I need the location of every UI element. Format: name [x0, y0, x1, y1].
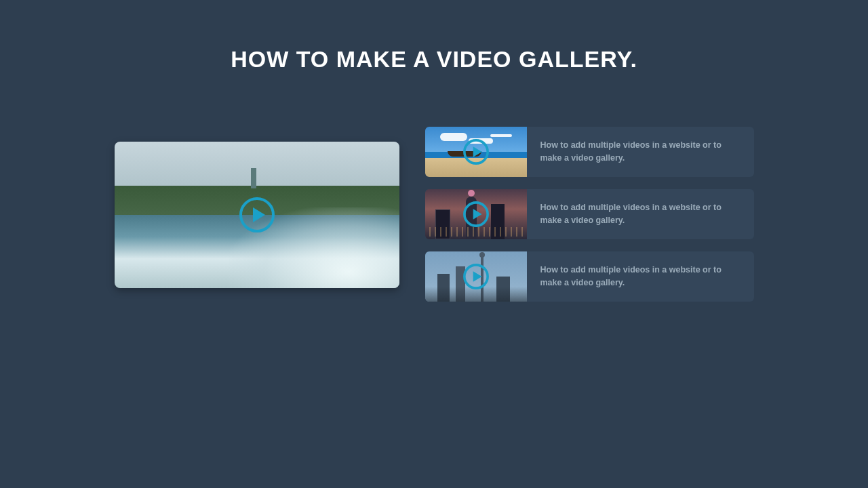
main-video-player[interactable] [115, 142, 399, 288]
playlist-thumbnail [425, 127, 527, 177]
playlist-item-title: How to add multiple videos in a website … [527, 189, 754, 239]
gallery-container: How to add multiple videos in a website … [0, 127, 868, 302]
playlist-thumbnail [425, 189, 527, 239]
playlist-thumbnail [425, 251, 527, 302]
playlist-item[interactable]: How to add multiple videos in a website … [425, 251, 754, 302]
playlist-item[interactable]: How to add multiple videos in a website … [425, 189, 754, 239]
video-playlist: How to add multiple videos in a website … [425, 127, 754, 302]
playlist-item[interactable]: How to add multiple videos in a website … [425, 127, 754, 177]
playlist-item-title: How to add multiple videos in a website … [527, 127, 754, 177]
page-title: HOW TO MAKE A VIDEO GALLERY. [0, 0, 868, 73]
playlist-item-title: How to add multiple videos in a website … [527, 251, 754, 302]
main-video-thumbnail [115, 142, 399, 288]
